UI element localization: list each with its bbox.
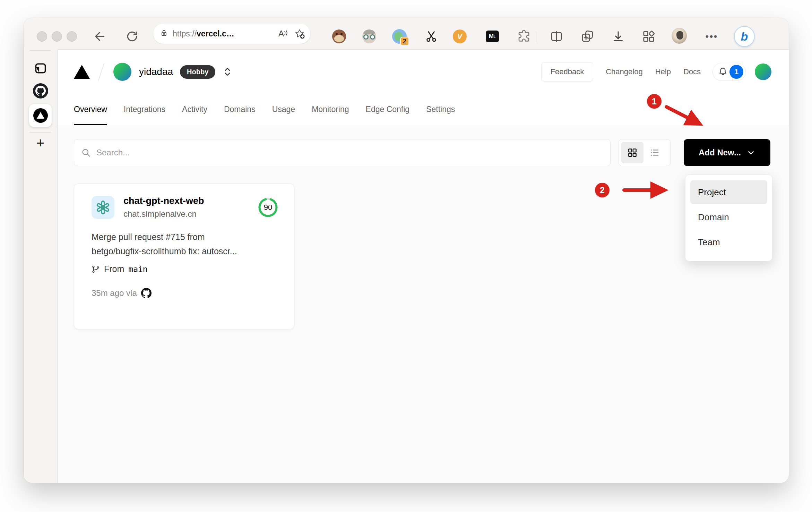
user-avatar[interactable] <box>755 63 771 80</box>
profile-avatar[interactable] <box>672 28 687 43</box>
notifications-button[interactable]: 1 <box>712 63 746 81</box>
ext-badge-count: 2 <box>400 37 409 46</box>
extensions-puzzle-icon[interactable] <box>516 29 532 44</box>
read-aloud-icon[interactable]: A <box>278 29 289 39</box>
vertical-tabs-sidebar: + <box>24 49 57 483</box>
add-new-dropdown: Project Domain Team <box>685 174 772 261</box>
dashboard-tab-bar: Overview Integrations Activity Domains U… <box>58 94 789 125</box>
list-view-icon <box>649 147 660 158</box>
dropdown-item-team[interactable]: Team <box>690 230 767 254</box>
vercel-logo[interactable] <box>74 65 90 79</box>
tab-usage[interactable]: Usage <box>272 94 295 125</box>
traffic-light-close[interactable] <box>37 31 47 42</box>
project-search[interactable] <box>74 139 611 166</box>
sidebar-divider-bottom <box>29 132 51 133</box>
new-tab-plus[interactable]: + <box>24 136 57 150</box>
scope-switcher-icon[interactable] <box>222 66 233 78</box>
sidebar-divider-top <box>29 50 51 51</box>
copilot-bing-icon[interactable]: b <box>734 26 755 47</box>
more-icon[interactable]: ••• <box>704 29 719 44</box>
tab-activity[interactable]: Activity <box>182 94 207 125</box>
avatar-ext-icon[interactable] <box>362 29 377 44</box>
markdown-download-icon[interactable]: M↓ <box>485 29 500 44</box>
search-icon <box>81 148 91 157</box>
apps-grid-icon[interactable] <box>641 29 656 44</box>
vercel-favicon <box>33 108 48 123</box>
project-name[interactable]: chat-gpt-next-web <box>123 196 204 206</box>
search-input[interactable] <box>96 148 603 157</box>
toolbar-divider <box>536 31 536 42</box>
notification-count-badge: 1 <box>729 65 743 79</box>
changelog-link[interactable]: Changelog <box>606 67 642 76</box>
feedback-button[interactable]: Feedback <box>541 62 594 82</box>
dropdown-item-project[interactable]: Project <box>690 180 767 204</box>
project-favicon-tile <box>92 196 114 219</box>
github-icon <box>35 86 46 96</box>
back-icon[interactable] <box>92 29 107 44</box>
dropdown-item-domain[interactable]: Domain <box>690 205 767 229</box>
annotation-step-1-badge: 1 <box>647 94 662 109</box>
view-toggle <box>619 139 671 166</box>
browser-toolbar: https://vercel.c… A 2 <box>24 18 789 49</box>
plan-badge: Hobby <box>180 65 215 79</box>
branch-prefix: From <box>104 264 124 274</box>
github-icon <box>141 288 152 298</box>
tab-panel-icon[interactable] <box>24 62 57 75</box>
lock-icon <box>159 28 169 39</box>
tab-manager-ext-icon[interactable]: 2 <box>392 29 407 44</box>
scissors-icon[interactable] <box>424 29 439 44</box>
branch-row: From main <box>92 264 278 274</box>
add-new-button[interactable]: Add New... <box>684 139 770 166</box>
breadcrumb-slash <box>98 63 105 81</box>
github-favicon[interactable] <box>24 83 57 99</box>
score-ring: 90 <box>258 197 278 217</box>
traffic-light-zoom[interactable] <box>67 31 77 42</box>
download-icon[interactable] <box>611 29 626 44</box>
tab-domains[interactable]: Domains <box>224 94 256 125</box>
bell-icon <box>718 67 728 77</box>
tampermonkey-icon[interactable] <box>331 29 347 44</box>
window-body: + yidadaa Hobby Feedback Changelog <box>24 49 789 483</box>
openai-logo-icon <box>95 200 111 215</box>
v-ext-icon[interactable]: V <box>452 29 467 44</box>
project-card[interactable]: chat-gpt-next-web chat.simplenaive.cn 90 <box>74 184 294 329</box>
list-view-button[interactable] <box>643 142 666 163</box>
split-screen-icon[interactable] <box>549 29 564 44</box>
tab-overview[interactable]: Overview <box>74 94 107 125</box>
branch-name: main <box>128 265 147 274</box>
address-bar[interactable]: https://vercel.c… A <box>153 24 310 44</box>
team-avatar[interactable] <box>113 63 131 81</box>
vercel-page: yidadaa Hobby Feedback Changelog Help Do… <box>57 49 789 483</box>
chevron-down-icon <box>746 148 755 157</box>
project-domain[interactable]: chat.simplenaive.cn <box>123 209 204 219</box>
screenshot-stage: https://vercel.c… A 2 <box>0 0 812 512</box>
tab-monitoring[interactable]: Monitoring <box>312 94 349 125</box>
help-link[interactable]: Help <box>655 67 671 76</box>
commit-message[interactable]: Merge pull request #715 from betgo/bugfi… <box>92 230 278 258</box>
tab-integrations[interactable]: Integrations <box>124 94 165 125</box>
git-branch-icon <box>92 265 100 273</box>
tab-settings[interactable]: Settings <box>426 94 455 125</box>
traffic-light-minimize[interactable] <box>52 31 62 42</box>
score-value: 90 <box>258 197 278 217</box>
annotation-step-2-badge: 2 <box>595 183 610 197</box>
team-name[interactable]: yidadaa <box>139 66 173 77</box>
docs-link[interactable]: Docs <box>683 67 701 76</box>
deployment-meta: 35m ago via <box>92 288 278 298</box>
vercel-header: yidadaa Hobby Feedback Changelog Help Do… <box>58 50 789 94</box>
grid-view-button[interactable] <box>621 142 643 163</box>
vercel-favicon-active-tab[interactable] <box>29 104 52 127</box>
dashboard-content: Add New... <box>58 125 789 483</box>
favorite-add-icon[interactable] <box>294 28 305 39</box>
tab-edge-config[interactable]: Edge Config <box>366 94 410 125</box>
url-text: https://vercel.c… <box>173 29 234 39</box>
grid-view-icon <box>627 147 638 158</box>
collections-icon[interactable] <box>580 29 595 44</box>
browser-window: https://vercel.c… A 2 <box>24 18 789 483</box>
reload-icon[interactable] <box>124 29 140 44</box>
